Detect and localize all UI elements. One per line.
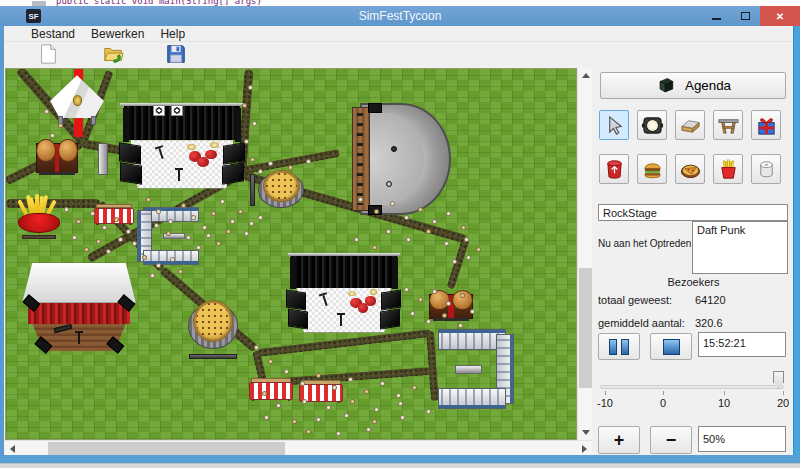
app-icon: SF <box>26 9 41 23</box>
stage-name-input[interactable]: RockStage <box>598 204 788 221</box>
stage-light[interactable] <box>153 105 165 116</box>
now-performing-list[interactable]: Daft Punk <box>692 221 788 274</box>
visitor-dot <box>216 241 221 246</box>
open-file-button[interactable] <box>99 43 127 65</box>
visitor-dot <box>186 235 191 240</box>
visitor-dot <box>292 419 297 424</box>
pizza-stand[interactable] <box>256 169 306 215</box>
visitor-dot <box>84 247 89 252</box>
gift-icon <box>755 114 778 137</box>
minimize-icon <box>712 18 721 20</box>
title-bar[interactable]: SF SimFestTycoon ✕ <box>0 6 800 26</box>
visitor-dot <box>418 207 423 212</box>
visitor-dot <box>254 345 259 350</box>
visitor-dot <box>460 293 465 298</box>
menu-bewerken[interactable]: Bewerken <box>86 27 149 41</box>
visitor-dot <box>268 359 273 364</box>
new-icon <box>37 43 59 65</box>
visitor-dot <box>350 399 355 404</box>
barn-stage[interactable] <box>22 263 136 351</box>
visitor-dot <box>191 215 196 220</box>
tool-gift-button[interactable] <box>751 110 781 140</box>
arrow-down-icon <box>582 430 590 435</box>
visitor-dot <box>344 413 349 418</box>
striped-stand[interactable] <box>249 377 293 401</box>
visitor-dot <box>178 269 183 274</box>
visitor-dot <box>166 231 171 236</box>
footpath <box>446 238 470 290</box>
visitor-dot <box>390 201 395 206</box>
visitor-dot <box>470 309 475 314</box>
pizza-stand[interactable] <box>186 299 240 359</box>
visitor-dot <box>72 235 77 240</box>
visitor-dot <box>306 429 311 434</box>
visitor-dot <box>154 223 159 228</box>
zoom-out-button[interactable]: − <box>650 426 692 454</box>
visitor-dot <box>396 393 401 398</box>
scroll-right-button[interactable] <box>577 441 592 456</box>
slider-tick <box>605 391 606 395</box>
speed-slider-track[interactable] <box>600 385 784 389</box>
visitor-dot <box>114 217 119 222</box>
slider-tick-label: -10 <box>590 397 620 409</box>
toilet-block[interactable] <box>438 329 514 409</box>
entrance-tent[interactable] <box>49 73 105 131</box>
tool-toilet-button[interactable] <box>751 154 781 184</box>
rock-stage[interactable] <box>116 103 248 193</box>
vertical-scroll-thumb[interactable] <box>579 268 592 388</box>
agenda-book-icon <box>655 77 677 95</box>
slider-tick-label: 0 <box>648 397 678 409</box>
burger-stand[interactable] <box>36 137 78 175</box>
visitor-dot <box>366 427 371 432</box>
striped-stand[interactable] <box>94 203 134 225</box>
bench[interactable] <box>98 143 108 175</box>
tool-stage-button[interactable] <box>675 110 705 140</box>
stop-button[interactable] <box>650 333 692 360</box>
visitor-dot <box>446 211 451 216</box>
menu-bestand[interactable]: Bestand <box>26 27 80 41</box>
visitor-dot <box>426 319 431 324</box>
fries-stand[interactable] <box>14 197 64 239</box>
menu-help[interactable]: Help <box>155 27 190 41</box>
tool-spotlight-button[interactable] <box>637 110 667 140</box>
visitor-dot <box>302 399 307 404</box>
save-file-button[interactable] <box>162 43 190 65</box>
zoom-in-button[interactable]: + <box>598 426 640 454</box>
pause-button[interactable] <box>598 333 640 360</box>
visitor-dot <box>238 209 243 214</box>
pizza-icon <box>679 158 702 181</box>
burger-icon <box>641 158 664 181</box>
stage-light[interactable] <box>171 105 183 116</box>
visitor-dot <box>64 207 69 212</box>
tool-fries-button[interactable] <box>713 154 743 184</box>
second-stage[interactable] <box>284 253 404 337</box>
close-button[interactable]: ✕ <box>760 6 800 26</box>
visitor-dot <box>146 197 151 202</box>
visitor-dot <box>372 419 377 424</box>
visitors-header: Bezoekers <box>595 276 792 288</box>
scroll-up-button[interactable] <box>578 68 593 83</box>
horizontal-scroll-thumb[interactable] <box>48 442 285 456</box>
minimize-button[interactable] <box>702 6 731 26</box>
visitor-dot <box>406 237 411 242</box>
visitor-dot <box>126 229 131 234</box>
tool-select-button[interactable] <box>599 110 629 140</box>
burger-stand[interactable] <box>429 289 473 321</box>
new-file-button[interactable] <box>34 43 62 65</box>
visitor-dot <box>442 313 447 318</box>
agenda-button[interactable]: Agenda <box>600 72 786 99</box>
visitor-dot <box>90 211 95 216</box>
scroll-down-button[interactable] <box>578 425 593 440</box>
map-viewport[interactable] <box>5 68 577 440</box>
tool-pizza-button[interactable] <box>675 154 705 184</box>
visitor-dot <box>248 85 253 90</box>
tool-burger-button[interactable] <box>637 154 667 184</box>
vertical-scrollbar[interactable] <box>577 68 592 440</box>
horizontal-scrollbar[interactable] <box>5 440 592 456</box>
tool-scaffold-button[interactable] <box>713 110 743 140</box>
scroll-left-button[interactable] <box>5 441 20 456</box>
visitor-dot <box>211 211 216 216</box>
maximize-button[interactable] <box>731 6 760 26</box>
tool-trash-button[interactable] <box>599 154 629 184</box>
visitor-dot <box>458 323 463 328</box>
